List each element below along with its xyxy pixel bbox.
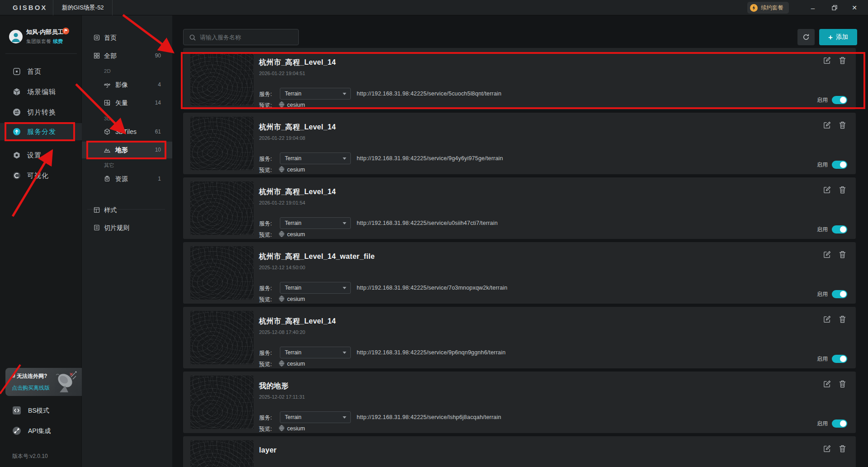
service-title: layer bbox=[259, 446, 277, 454]
globe-icon bbox=[278, 295, 285, 302]
version-label: 版本号:v2.0.10 bbox=[12, 453, 48, 460]
service-url: http://192.168.31.98:42225/service/9g4y6… bbox=[357, 155, 503, 162]
visualization-icon bbox=[13, 172, 21, 180]
delete-icon[interactable] bbox=[839, 315, 846, 323]
service-date: 2025-12-12 14:50:00 bbox=[259, 265, 305, 270]
api-link-icon bbox=[13, 427, 21, 435]
sidebar-item-home[interactable]: 首页 bbox=[0, 63, 82, 80]
delete-icon[interactable] bbox=[839, 57, 846, 64]
service-type-dropdown[interactable]: Terrain bbox=[280, 217, 351, 229]
service-date: 2026-01-22 19:04:51 bbox=[259, 71, 305, 76]
restore-icon bbox=[832, 5, 837, 10]
catalog-item-imagery[interactable]: 影像 4 bbox=[82, 77, 172, 92]
service-search bbox=[183, 29, 299, 45]
sidebar-item-service-publish[interactable]: 服务分发 bbox=[0, 123, 82, 140]
cesium-preview-link[interactable]: cesium bbox=[287, 102, 305, 108]
add-service-button[interactable]: + 添加 bbox=[819, 29, 857, 45]
edit-icon[interactable] bbox=[823, 380, 831, 388]
catalog-section-2d: 2D bbox=[104, 66, 172, 76]
service-date: 2025-12-08 17:40:20 bbox=[259, 329, 305, 335]
chevron-down-icon bbox=[343, 93, 346, 95]
delete-icon[interactable] bbox=[839, 251, 846, 258]
count-badge: 1 bbox=[158, 171, 161, 186]
service-title: 杭州市_高程_Level_14 bbox=[259, 187, 336, 197]
catalog-item-3dtiles[interactable]: 3DTiles 61 bbox=[82, 124, 172, 139]
cesium-preview-link[interactable]: cesium bbox=[287, 231, 305, 238]
chevron-down-icon bbox=[343, 416, 346, 419]
edit-icon[interactable] bbox=[823, 445, 831, 453]
style-icon bbox=[94, 207, 100, 213]
catalog-section-3d: 3D bbox=[104, 113, 172, 124]
restore-button[interactable] bbox=[825, 0, 844, 15]
catalog-item-style[interactable]: 样式 bbox=[82, 202, 172, 218]
delete-icon[interactable] bbox=[839, 445, 846, 453]
title-bar: GISBOX 新的GIS场景-52 续约套餐 – ✕ bbox=[0, 0, 868, 15]
close-icon[interactable]: ✕ bbox=[69, 372, 73, 377]
enable-toggle[interactable] bbox=[832, 225, 847, 234]
chevron-down-icon bbox=[343, 287, 346, 289]
service-title: 杭州市_高程_Level_14 bbox=[259, 317, 336, 326]
count-badge: 61 bbox=[155, 124, 161, 139]
gisbox-window: GISBOX 新的GIS场景-52 续约套餐 – ✕ 知风-内部员工 集团版套餐… bbox=[0, 0, 868, 467]
terrain-mountains-icon bbox=[104, 147, 110, 153]
cesium-preview-link[interactable]: cesium bbox=[287, 361, 305, 367]
code-icon bbox=[13, 406, 21, 415]
enable-toggle[interactable] bbox=[832, 96, 847, 104]
home-icon bbox=[13, 67, 21, 76]
catalog-item-all[interactable]: 全部 90 bbox=[82, 48, 172, 63]
service-type-dropdown[interactable]: Terrain bbox=[280, 411, 351, 423]
service-list-panel: + 添加 杭州市_高程_Level_14 2026-01-22 19:04:51… bbox=[172, 15, 868, 467]
edit-icon[interactable] bbox=[823, 315, 831, 323]
renew-plan-button[interactable]: 续约套餐 bbox=[747, 2, 789, 14]
catalog-item-terrain[interactable]: 地形 10 bbox=[82, 142, 172, 158]
service-type-dropdown[interactable]: Terrain bbox=[280, 282, 351, 294]
enable-toggle[interactable] bbox=[832, 419, 847, 428]
catalog-item-home[interactable]: 首页 bbox=[82, 30, 172, 45]
sidebar-item-slice-convert[interactable]: 切片转换 bbox=[0, 104, 82, 121]
edit-icon[interactable] bbox=[823, 251, 831, 258]
bs-mode-button[interactable]: BS模式 bbox=[0, 402, 82, 419]
resource-box-icon bbox=[104, 176, 110, 182]
sidebar-item-scene-edit[interactable]: 场景编辑 bbox=[0, 83, 82, 100]
enable-toggle[interactable] bbox=[832, 161, 847, 169]
plus-icon: + bbox=[828, 33, 833, 41]
delete-icon[interactable] bbox=[839, 186, 846, 194]
globe-icon bbox=[278, 231, 285, 237]
cesium-preview-link[interactable]: cesium bbox=[287, 425, 305, 432]
delete-icon[interactable] bbox=[839, 380, 846, 388]
catalog-item-slice-rule[interactable]: 切片规则 bbox=[82, 220, 172, 235]
buy-offline-link[interactable]: 点击购买离线版 bbox=[12, 384, 50, 392]
app-logo: GISBOX bbox=[13, 0, 47, 15]
service-type-dropdown[interactable]: Terrain bbox=[280, 88, 351, 100]
service-type-dropdown[interactable]: Terrain bbox=[280, 152, 351, 164]
edit-icon[interactable] bbox=[823, 121, 831, 129]
refresh-icon bbox=[802, 33, 810, 41]
enable-toggle[interactable] bbox=[832, 355, 847, 363]
count-badge: 10 bbox=[155, 142, 161, 158]
renew-link[interactable]: 续费 bbox=[53, 38, 63, 44]
edit-icon[interactable] bbox=[823, 186, 831, 194]
service-card: 杭州市_高程_Level_14 2026-01-22 19:04:08 服务: … bbox=[183, 113, 856, 174]
enable-toggle[interactable] bbox=[832, 290, 847, 298]
grid-all-icon bbox=[94, 52, 100, 59]
cesium-preview-link[interactable]: cesium bbox=[287, 296, 305, 302]
user-plan: 集团版套餐续费 bbox=[26, 38, 63, 45]
search-input[interactable] bbox=[200, 29, 296, 45]
close-button[interactable]: ✕ bbox=[844, 0, 864, 15]
sidebar-item-settings[interactable]: 设置 bbox=[0, 147, 82, 164]
service-date: 2026-01-22 19:04:08 bbox=[259, 135, 305, 141]
edit-icon[interactable] bbox=[823, 57, 831, 64]
delete-icon[interactable] bbox=[839, 121, 846, 129]
service-type-dropdown[interactable]: Terrain bbox=[280, 347, 351, 358]
catalog-item-vector[interactable]: 矢量 14 bbox=[82, 95, 172, 110]
sidebar-item-visualization[interactable]: 可视化 bbox=[0, 167, 82, 184]
satellite-dish-icon bbox=[52, 369, 84, 395]
globe-icon bbox=[278, 425, 285, 431]
cesium-preview-link[interactable]: cesium bbox=[287, 167, 305, 173]
api-integration-button[interactable]: API集成 bbox=[0, 423, 82, 439]
divider bbox=[5, 53, 77, 54]
refresh-button[interactable] bbox=[797, 29, 815, 45]
scene-tab[interactable]: 新的GIS场景-52 bbox=[53, 0, 113, 15]
catalog-item-resource[interactable]: 资源 1 bbox=[82, 171, 172, 186]
minimize-button[interactable]: – bbox=[803, 0, 823, 15]
